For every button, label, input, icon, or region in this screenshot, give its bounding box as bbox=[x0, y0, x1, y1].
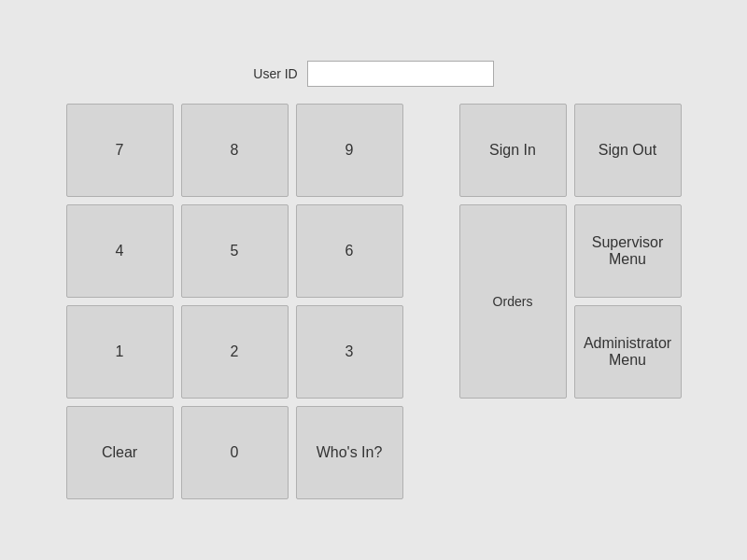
btn-4[interactable]: 4 bbox=[66, 204, 174, 298]
btn-whos-in[interactable]: Who's In? bbox=[296, 406, 403, 499]
btn-sign-out[interactable]: Sign Out bbox=[574, 104, 682, 197]
btn-8[interactable]: 8 bbox=[181, 104, 289, 197]
action-panel: Sign In Sign Out Orders Supervisor Menu … bbox=[459, 104, 682, 499]
panel-spacer bbox=[403, 104, 459, 499]
btn-1[interactable]: 1 bbox=[66, 305, 174, 399]
btn-clear[interactable]: Clear bbox=[66, 406, 174, 499]
btn-6[interactable]: 6 bbox=[296, 204, 403, 298]
btn-3[interactable]: 3 bbox=[296, 305, 403, 399]
btn-9[interactable]: 9 bbox=[296, 104, 403, 197]
user-id-label: User ID bbox=[253, 66, 297, 81]
btn-2[interactable]: 2 bbox=[181, 305, 289, 399]
user-id-input[interactable] bbox=[307, 61, 494, 87]
btn-sign-in[interactable]: Sign In bbox=[459, 104, 567, 197]
btn-orders[interactable]: Orders bbox=[459, 204, 567, 399]
numpad: 7 8 9 4 5 6 1 2 3 Clear 0 Who's In? bbox=[66, 104, 403, 499]
btn-7[interactable]: 7 bbox=[66, 104, 174, 197]
btn-administrator-menu[interactable]: Administrator Menu bbox=[574, 305, 682, 399]
btn-0[interactable]: 0 bbox=[181, 406, 289, 499]
btn-supervisor-menu[interactable]: Supervisor Menu bbox=[574, 204, 682, 298]
btn-5[interactable]: 5 bbox=[181, 204, 289, 298]
